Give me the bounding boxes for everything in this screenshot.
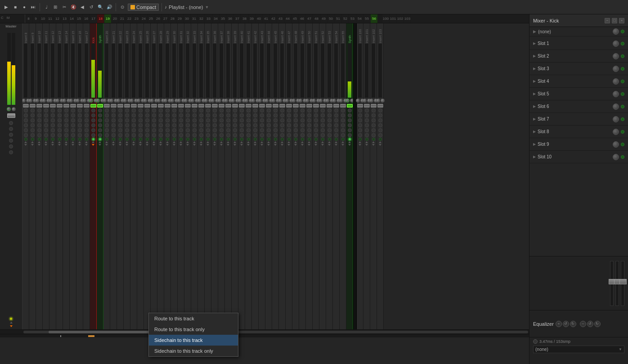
strip-send-1[interactable] [274, 113, 278, 117]
strip-send-5[interactable] [85, 133, 89, 137]
strip-send-5[interactable] [274, 133, 278, 137]
strip-send-0[interactable] [85, 108, 89, 112]
strip-knob-0[interactable] [163, 99, 167, 103]
strip-send-5[interactable] [341, 133, 345, 137]
slot-6-knob[interactable] [613, 103, 619, 110]
strip-knob-0[interactable] [356, 99, 360, 103]
slot-8-knob[interactable] [613, 129, 619, 135]
strip-send-2[interactable] [260, 118, 264, 122]
strip-fader[interactable] [340, 104, 346, 108]
strip-send-3[interactable] [118, 123, 122, 127]
strip-send-1[interactable] [132, 113, 136, 117]
strip-send-3[interactable] [301, 123, 305, 127]
strip-fader[interactable] [111, 104, 117, 108]
stop-icon[interactable]: ■ [12, 4, 19, 11]
strip-send-1[interactable] [294, 113, 298, 117]
strip-down-arrow[interactable] [45, 144, 47, 146]
strip-send-5[interactable] [372, 133, 376, 137]
strip-knob-0[interactable] [298, 99, 302, 103]
strip-up-arrow[interactable] [119, 141, 121, 143]
strip-send-0[interactable] [64, 108, 68, 112]
strip-led[interactable] [126, 138, 129, 141]
strip-knob-0[interactable] [62, 99, 66, 103]
strip-knob-0[interactable] [69, 99, 73, 103]
strip-down-arrow[interactable] [166, 144, 169, 146]
strip-fader[interactable] [104, 104, 110, 108]
strip-send-4[interactable] [301, 128, 305, 132]
strip-send-3[interactable] [145, 123, 149, 127]
strip-send-3[interactable] [233, 123, 237, 127]
strip-knob-0[interactable] [265, 99, 269, 103]
strip-led[interactable] [247, 138, 250, 141]
strip-send-4[interactable] [226, 128, 230, 132]
strip-send-0[interactable] [98, 108, 102, 112]
strip-send-5[interactable] [58, 133, 62, 137]
strip-knob-0[interactable] [204, 99, 208, 103]
strip-down-arrow[interactable] [173, 144, 175, 146]
strip-send-1[interactable] [125, 113, 129, 117]
slot-10[interactable]: ▶ Slot 10 [529, 151, 628, 163]
strip-led[interactable] [359, 138, 362, 141]
strip-send-4[interactable] [233, 128, 237, 132]
strip-down-arrow[interactable] [240, 144, 243, 146]
strip-knob-0[interactable] [157, 99, 161, 103]
strip-send-2[interactable] [24, 118, 28, 122]
strip-led[interactable] [146, 138, 149, 141]
strip-led[interactable] [281, 138, 284, 141]
strip-led[interactable] [335, 138, 338, 141]
strip-knob-0[interactable] [109, 99, 113, 103]
strip-send-1[interactable] [226, 113, 230, 117]
strip-send-0[interactable] [139, 108, 143, 112]
strip-fader[interactable] [246, 104, 251, 108]
strip-knob-0[interactable] [339, 99, 343, 103]
strip-send-5[interactable] [365, 133, 369, 137]
strip-up-arrow[interactable] [359, 141, 361, 143]
strip-send-2[interactable] [98, 118, 102, 122]
strip-send-1[interactable] [139, 113, 143, 117]
strip-fader[interactable] [84, 104, 90, 108]
strip-up-arrow[interactable] [308, 141, 310, 143]
strip-down-arrow[interactable] [365, 144, 368, 146]
strip-up-arrow[interactable] [335, 141, 337, 143]
strip-send-5[interactable] [220, 133, 224, 137]
strip-led[interactable] [159, 138, 162, 141]
strip-down-arrow[interactable] [72, 144, 74, 146]
strip-led[interactable] [200, 138, 203, 141]
strip-send-5[interactable] [206, 133, 210, 137]
strip-send-5[interactable] [253, 133, 257, 137]
strip-knob-0[interactable] [190, 99, 194, 103]
strip-fader[interactable] [327, 104, 332, 108]
strip-send-1[interactable] [253, 113, 257, 117]
strip-down-arrow[interactable] [38, 144, 40, 146]
eq-btn-3[interactable]: ↻ [570, 321, 576, 327]
strip-led[interactable] [220, 138, 223, 141]
strip-send-0[interactable] [301, 108, 305, 112]
strip-send-0[interactable] [280, 108, 284, 112]
strip-send-0[interactable] [233, 108, 237, 112]
strip-send-0[interactable] [118, 108, 122, 112]
strip-send-2[interactable] [240, 118, 244, 122]
strip-send-1[interactable] [327, 113, 332, 117]
strip-up-arrow[interactable] [173, 141, 175, 143]
strip-led[interactable] [78, 138, 81, 141]
strip-send-0[interactable] [132, 108, 136, 112]
master-up-arrow[interactable] [10, 322, 13, 324]
strip-send-4[interactable] [159, 128, 163, 132]
strip-led[interactable] [51, 138, 54, 141]
strip-send-2[interactable] [159, 118, 163, 122]
strip-send-3[interactable] [321, 123, 325, 127]
eq-btn-1[interactable]: « [556, 321, 562, 327]
right-fader-3-handle[interactable] [619, 279, 627, 284]
strip-fader[interactable] [212, 104, 218, 108]
strip-send-0[interactable] [365, 108, 369, 112]
right-fader-3[interactable] [621, 261, 624, 306]
strip-send-5[interactable] [280, 133, 284, 137]
strip-send-1[interactable] [172, 113, 176, 117]
loop-icon[interactable]: ↺ [88, 4, 95, 11]
strip-send-4[interactable] [327, 128, 332, 132]
strip-fader[interactable] [364, 104, 370, 108]
strip-send-3[interactable] [71, 123, 75, 127]
strip-led[interactable] [38, 138, 41, 141]
strip-led[interactable] [365, 138, 368, 141]
strip-send-2[interactable] [334, 118, 338, 122]
